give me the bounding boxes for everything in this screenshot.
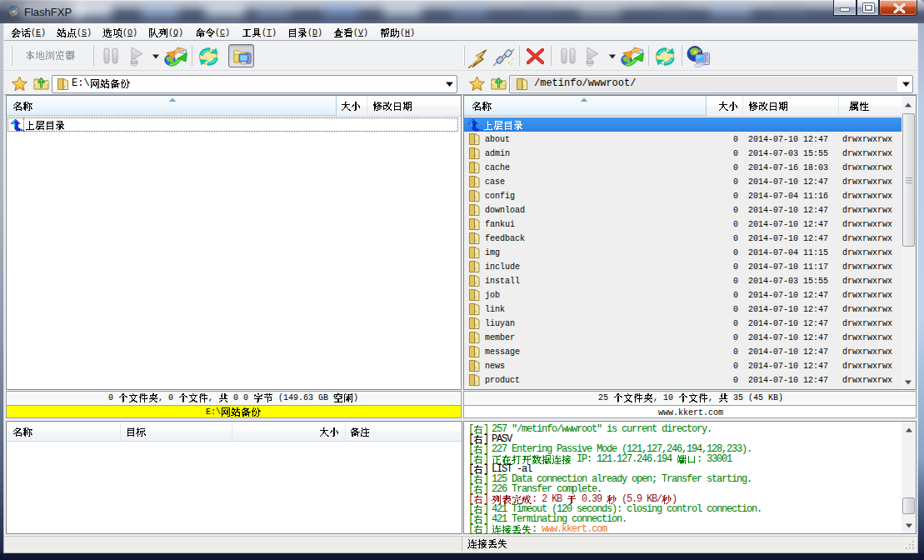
svg-text:GO: GO <box>587 60 593 65</box>
svg-text:GO: GO <box>131 60 137 65</box>
